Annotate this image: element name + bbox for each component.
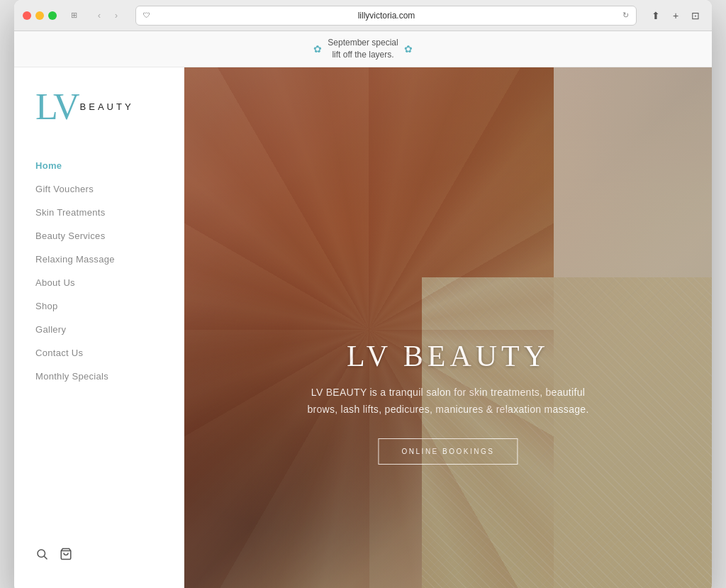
share-icon[interactable]: ⬆	[648, 8, 664, 23]
hero-content: LV BEAUTY LV BEAUTY is a tranquil salon …	[237, 339, 659, 465]
logo-lv: LV	[35, 89, 79, 126]
security-icon: 🛡	[143, 11, 150, 19]
browser-dots	[23, 11, 57, 20]
maximize-dot[interactable]	[48, 11, 57, 20]
promo-line1: September special	[328, 38, 398, 48]
minimize-dot[interactable]	[35, 11, 44, 20]
hero-background: LV BEAUTY LV BEAUTY is a tranquil salon …	[184, 67, 712, 588]
reload-icon[interactable]: ↻	[622, 11, 629, 20]
promo-icon-left: ✿	[313, 43, 322, 55]
logo-beauty-col: BEAUTY	[80, 101, 134, 112]
promo-banner: ✿ September special lift off the layers.…	[14, 31, 712, 67]
main-layout: LV BEAUTY Home Gift Vouchers Skin Treatm…	[14, 67, 712, 588]
browser-nav: ‹ ›	[91, 8, 124, 23]
nav-item-gallery[interactable]: Gallery	[14, 318, 184, 341]
cart-icon[interactable]	[60, 548, 72, 564]
nav-item-skin-treatments[interactable]: Skin Treatments	[14, 201, 184, 224]
logo-beauty-text: BEAUTY	[80, 101, 134, 112]
nav-item-gift-vouchers[interactable]: Gift Vouchers	[14, 177, 184, 201]
promo-line2: lift off the layers.	[332, 50, 393, 60]
address-bar[interactable]: 🛡 lillyvictoria.com ↻	[135, 6, 637, 26]
nav-item-home[interactable]: Home	[14, 154, 184, 177]
promo-text: September special lift off the layers.	[328, 37, 398, 61]
tabs-icon[interactable]: ⊡	[688, 8, 703, 23]
nav-item-contact-us[interactable]: Contact Us	[14, 341, 184, 365]
svg-point-0	[38, 550, 45, 558]
promo-icon-right: ✿	[404, 43, 413, 55]
sidebar: LV BEAUTY Home Gift Vouchers Skin Treatm…	[14, 67, 184, 588]
nav-item-shop[interactable]: Shop	[14, 294, 184, 318]
hero-overlay	[184, 67, 712, 588]
hero-area: LV BEAUTY LV BEAUTY is a tranquil salon …	[184, 67, 712, 588]
sidebar-bottom	[14, 533, 184, 578]
svg-line-1	[44, 556, 47, 559]
search-icon[interactable]	[35, 548, 48, 564]
new-tab-icon[interactable]: +	[668, 8, 683, 23]
browser-controls: ⊞	[68, 9, 80, 21]
url-text[interactable]: lillyvictoria.com	[155, 11, 618, 21]
nav-item-about-us[interactable]: About Us	[14, 271, 184, 294]
online-bookings-button[interactable]: ONLINE BOOKINGS	[379, 438, 518, 465]
nav-item-monthly-specials[interactable]: Monthly Specials	[14, 365, 184, 388]
back-button[interactable]: ‹	[91, 8, 107, 23]
logo-area: LV BEAUTY	[14, 89, 184, 147]
forward-button[interactable]: ›	[108, 8, 124, 23]
nav-item-relaxing-massage[interactable]: Relaxing Massage	[14, 248, 184, 271]
close-dot[interactable]	[23, 11, 31, 20]
nav-menu: Home Gift Vouchers Skin Treatments Beaut…	[14, 147, 184, 533]
browser-actions: ⬆ + ⊡	[648, 8, 703, 23]
browser-window: ⊞ ‹ › 🛡 lillyvictoria.com ↻ ⬆ + ⊡ ✿ Sept…	[14, 0, 712, 588]
nav-item-beauty-services[interactable]: Beauty Services	[14, 224, 184, 248]
hero-title: LV BEAUTY	[237, 339, 659, 373]
browser-titlebar: ⊞ ‹ › 🛡 lillyvictoria.com ↻ ⬆ + ⊡	[14, 0, 712, 31]
sidebar-toggle-icon[interactable]: ⊞	[68, 9, 80, 21]
hero-subtitle: LV BEAUTY is a tranquil salon for skin t…	[306, 384, 590, 418]
logo-container: LV BEAUTY	[35, 89, 162, 126]
